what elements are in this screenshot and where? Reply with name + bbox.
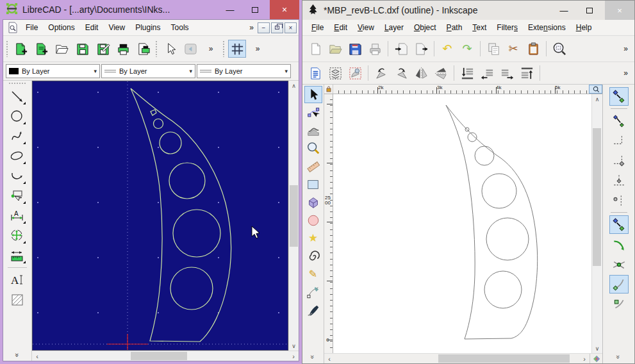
dimension-tool-button[interactable]: A xyxy=(7,206,28,226)
command-bar-overflow-button[interactable]: » xyxy=(621,44,631,53)
new-drawing-button[interactable] xyxy=(12,40,29,58)
menu-path[interactable]: Path xyxy=(441,22,468,33)
mdi-minimize-button[interactable]: − xyxy=(258,22,270,33)
grid-overflow-button[interactable]: » xyxy=(249,40,267,58)
lower-to-bottom-button[interactable] xyxy=(458,64,476,82)
rectangle-tool-button[interactable] xyxy=(304,176,322,193)
snap-bbox-edge-midpoints-button[interactable] xyxy=(609,171,629,190)
select-tool-button[interactable] xyxy=(161,40,179,58)
measure-tool-button[interactable] xyxy=(304,158,322,175)
node-tool-button[interactable] xyxy=(304,104,322,121)
move-rotate-tool-button[interactable] xyxy=(7,226,28,245)
librecad-maximize-button[interactable] xyxy=(245,1,265,18)
pencil-tool-button[interactable]: ✎ xyxy=(304,265,322,283)
vertical-ruler[interactable]: 25000 xyxy=(324,94,333,353)
menu-edit[interactable]: Edit xyxy=(80,22,104,33)
scroll-up-arrow[interactable]: ∧ xyxy=(592,94,602,104)
combo-dropdown-arrow-icon[interactable]: ▾ xyxy=(94,68,97,74)
snap-enable-button[interactable] xyxy=(609,87,629,106)
spline-tool-button[interactable] xyxy=(7,126,28,146)
star-tool-button[interactable]: ★ xyxy=(304,229,322,247)
color-management-button[interactable] xyxy=(590,354,602,363)
menu-help[interactable]: Help xyxy=(571,22,597,33)
save-document-button[interactable] xyxy=(346,40,364,58)
horizontal-scroll-thumb[interactable] xyxy=(131,352,187,360)
lower-button[interactable] xyxy=(478,64,496,82)
tool-controls-overflow-button[interactable]: » xyxy=(621,69,631,78)
menu-plugins[interactable]: Plugins xyxy=(130,22,165,33)
inkscape-vertical-scrollbar[interactable]: ∧ ∨ xyxy=(591,94,602,353)
select-all-button[interactable] xyxy=(306,64,324,82)
layer-combo-2[interactable]: By Layer▾ xyxy=(197,64,291,78)
snap-bbox-corners-button[interactable] xyxy=(609,151,629,170)
snap-bbox-edges-button[interactable] xyxy=(609,131,629,150)
scroll-right-arrow[interactable]: › xyxy=(579,355,590,363)
vertical-scroll-thumb[interactable] xyxy=(290,185,298,247)
3dbox-tool-button[interactable] xyxy=(304,194,322,211)
menu-layer[interactable]: Layer xyxy=(379,22,409,33)
menu-extensions[interactable]: Extensions xyxy=(523,22,571,33)
sticky-zoom-button[interactable] xyxy=(589,85,602,94)
scroll-down-arrow[interactable]: ∨ xyxy=(289,341,299,351)
layer-combo-1[interactable]: By Layer▾ xyxy=(101,64,195,78)
librecad-close-button[interactable]: × xyxy=(270,0,299,19)
menu-text[interactable]: Text xyxy=(467,22,491,33)
snap-cusp-nodes-button[interactable] xyxy=(609,275,629,294)
inkscape-close-button[interactable]: × xyxy=(605,1,634,20)
horizontal-scroll-thumb[interactable] xyxy=(438,354,570,363)
bezier-tool-button[interactable] xyxy=(304,283,322,301)
librecad-menu-overflow-button[interactable]: » xyxy=(247,23,256,32)
cut-button[interactable]: ✂ xyxy=(504,40,522,58)
scroll-right-arrow[interactable]: › xyxy=(288,352,299,360)
paste-button[interactable] xyxy=(524,40,542,58)
snap-smooth-nodes-button[interactable] xyxy=(609,295,629,313)
zoom-tool-button[interactable] xyxy=(304,140,322,157)
ellipse-tool-button[interactable] xyxy=(304,211,322,229)
print-document-button[interactable] xyxy=(366,40,384,58)
librecad-vertical-scrollbar[interactable]: ∧ ∨ xyxy=(288,81,299,351)
tweak-tool-button[interactable] xyxy=(304,122,322,139)
scroll-left-arrow[interactable]: ‹ xyxy=(32,352,42,360)
print-button[interactable] xyxy=(114,40,132,58)
zoom-drawing-button[interactable] xyxy=(550,40,568,58)
circle-tool-button[interactable] xyxy=(7,106,28,126)
raise-to-top-button[interactable] xyxy=(518,64,536,82)
menu-options[interactable]: Options xyxy=(43,22,79,33)
snap-toolbar-more-button[interactable]: » xyxy=(615,355,623,359)
previous-view-button[interactable] xyxy=(181,40,199,58)
menu-edit[interactable]: Edit xyxy=(329,22,352,33)
mdi-document-icon[interactable] xyxy=(7,22,19,33)
selector-tool-button[interactable] xyxy=(304,86,322,103)
selection-touch-button[interactable] xyxy=(346,64,364,82)
rotate-ccw-button[interactable] xyxy=(372,64,390,82)
scroll-left-arrow[interactable]: ‹ xyxy=(324,355,334,363)
open-file-button[interactable] xyxy=(53,40,70,58)
save-as-button[interactable] xyxy=(94,40,111,58)
snap-nodes-button[interactable] xyxy=(609,215,629,234)
menu-tools[interactable]: Tools xyxy=(166,22,194,33)
redo-button[interactable]: ↷ xyxy=(458,40,476,58)
inkscape-maximize-button[interactable] xyxy=(579,2,600,19)
menu-filters[interactable]: Filters xyxy=(491,22,523,33)
mdi-restore-button[interactable] xyxy=(271,22,283,33)
menu-file[interactable]: File xyxy=(306,22,329,33)
toolbar-overflow-button[interactable]: » xyxy=(202,40,220,58)
librecad-canvas[interactable] xyxy=(32,81,288,351)
text-tool-button[interactable]: A xyxy=(7,270,28,290)
snap-to-paths-button[interactable] xyxy=(609,235,629,254)
palette-more-button[interactable]: » xyxy=(13,353,21,357)
hatch-tool-button[interactable] xyxy=(7,290,28,310)
palette-grip[interactable] xyxy=(8,82,26,85)
inkscape-titlebar[interactable]: *MBP_revB-LC.dxf (outline) - Inkscape — … xyxy=(302,1,634,20)
calligraphy-tool-button[interactable] xyxy=(304,301,322,318)
toolbar-grip[interactable] xyxy=(222,40,226,57)
inkscape-canvas[interactable] xyxy=(333,94,591,353)
menu-file[interactable]: File xyxy=(21,22,43,33)
select-all-layers-button[interactable] xyxy=(326,64,344,82)
librecad-horizontal-scrollbar[interactable]: ‹ › xyxy=(32,351,299,361)
export-button[interactable] xyxy=(412,40,430,58)
measure-tool-button[interactable] xyxy=(7,245,28,265)
lock-guides-button[interactable] xyxy=(324,85,333,94)
spiral-tool-button[interactable] xyxy=(304,247,322,265)
import-button[interactable] xyxy=(392,40,410,58)
